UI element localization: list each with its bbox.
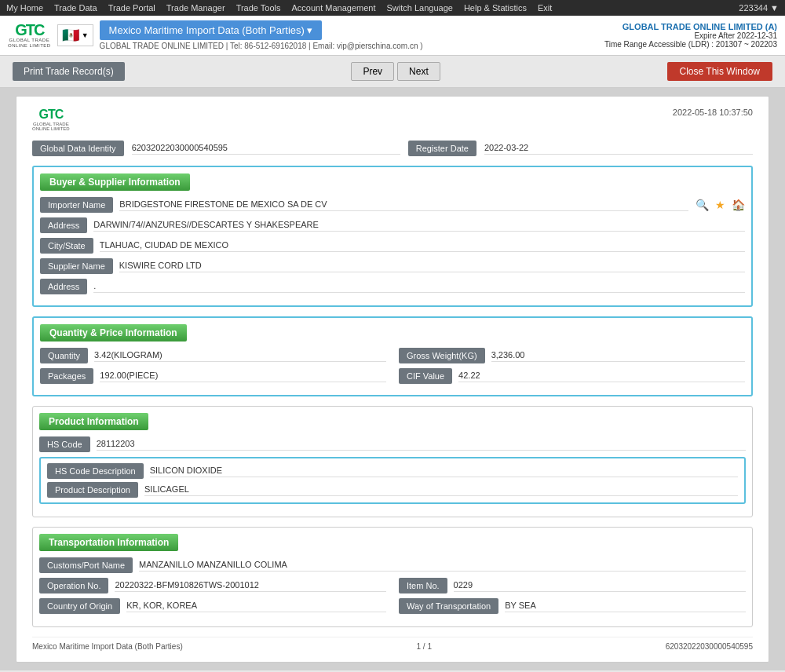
search-icon[interactable]: 🔍	[695, 198, 709, 212]
nav-trade-tools[interactable]: Trade Tools	[236, 3, 281, 13]
card-logo: GTC GLOBAL TRADEONLINE LIMITED	[32, 108, 70, 131]
importer-name-value: BRIDGESTONE FIRESTONE DE MEXICO SA DE CV	[119, 199, 688, 211]
star-icon[interactable]: ★	[713, 198, 727, 212]
hs-code-desc-label: HS Code Description	[47, 463, 144, 479]
product-desc-row: Product Description SILICAGEL	[47, 482, 738, 498]
nav-my-home[interactable]: My Home	[6, 3, 43, 13]
nav-trade-data[interactable]: Trade Data	[54, 3, 97, 13]
nav-switch-language[interactable]: Switch Language	[387, 3, 453, 13]
navigation-group-top: Prev Next	[351, 62, 440, 81]
page-header: GTC GLOBAL TRADEONLINE LIMITED 🇲🇽 ▼ Mexi…	[0, 16, 785, 56]
quantity-price-section: Quantity & Price Information Quantity 3.…	[32, 316, 753, 396]
flag-selector[interactable]: 🇲🇽 ▼	[57, 24, 93, 46]
customs-port-value: MANZANILLO MANZANILLO COLIMA	[139, 560, 746, 572]
hs-code-label: HS Code	[39, 436, 90, 452]
supplier-address-label: Address	[40, 279, 87, 294]
global-data-identity-label: Global Data Identity	[32, 141, 124, 156]
pkg-cif-row: Packages 192.00(PIECE) CIF Value 42.22	[40, 368, 745, 384]
record-card: GTC GLOBAL TRADEONLINE LIMITED 2022-05-1…	[16, 96, 769, 663]
hs-code-desc-value: SILICON DIOXIDE	[150, 466, 738, 477]
data-source-label: Mexico Maritime Import Data (Both Partie…	[109, 24, 313, 36]
qty-weight-row: Quantity 3.42(KILOGRAM) Gross Weight(KG)…	[40, 348, 745, 363]
card-header: GTC GLOBAL TRADEONLINE LIMITED 2022-05-1…	[32, 108, 753, 131]
address-row: Address DARWIN/74//ANZURES//DESCARTES Y …	[40, 217, 745, 233]
cif-value-group: CIF Value 42.22	[399, 368, 745, 384]
buyer-supplier-title: Buyer & Supplier Information	[40, 173, 190, 191]
identity-row: Global Data Identity 6203202203000054059…	[32, 141, 753, 156]
quantity-label: Quantity	[40, 348, 88, 363]
mexico-flag-icon: 🇲🇽	[62, 27, 79, 44]
address-value: DARWIN/74//ANZURES//DESCARTES Y SHAKESPE…	[93, 220, 745, 232]
record-timestamp: 2022-05-18 10:37:50	[673, 108, 753, 117]
time-range: Time Range Accessible (LDR) : 201307 ~ 2…	[604, 40, 777, 49]
operation-no-value: 20220322-BFM910826TWS-2001012	[115, 580, 386, 592]
data-source-selector[interactable]: Mexico Maritime Import Data (Both Partie…	[100, 20, 323, 40]
record-footer-id: 62032022030000540595	[666, 642, 753, 651]
close-button-top[interactable]: Close This Window	[667, 62, 772, 81]
quantity-group: Quantity 3.42(KILOGRAM)	[40, 348, 386, 363]
transportation-content: Customs/Port Name MANZANILLO MANZANILLO …	[33, 557, 752, 614]
product-title: Product Information	[39, 413, 148, 430]
origin-transport-row: Country of Origin KR, KOR, KOREA Way of …	[39, 598, 746, 614]
gross-weight-label: Gross Weight(KG)	[399, 348, 485, 363]
customs-port-row: Customs/Port Name MANZANILLO MANZANILLO …	[39, 557, 746, 573]
hs-code-desc-row: HS Code Description SILICON DIOXIDE	[47, 463, 738, 479]
header-account-info: GLOBAL TRADE ONLINE LIMITED (A) Expire A…	[604, 22, 777, 49]
top-toolbar: Print Trade Record(s) Prev Next Close Th…	[0, 56, 785, 88]
buyer-supplier-content: Importer Name BRIDGESTONE FIRESTONE DE M…	[34, 197, 751, 294]
customs-port-label: Customs/Port Name	[39, 557, 133, 573]
gtc-logo: GTC GLOBAL TRADEONLINE LIMITED	[8, 22, 51, 49]
expiry-date: Expire After 2022-12-31	[604, 31, 777, 40]
operation-no-label: Operation No.	[39, 578, 108, 593]
global-data-identity-value: 62032022030000540595	[132, 143, 400, 155]
address-label: Address	[40, 217, 87, 233]
item-no-label: Item No.	[399, 578, 447, 593]
cif-value-label: CIF Value	[399, 368, 452, 384]
next-button-top[interactable]: Next	[397, 62, 440, 81]
packages-group: Packages 192.00(PIECE)	[40, 368, 386, 384]
quantity-price-content: Quantity 3.42(KILOGRAM) Gross Weight(KG)…	[34, 348, 751, 384]
nav-help-statistics[interactable]: Help & Statistics	[464, 3, 527, 13]
product-desc-label: Product Description	[47, 482, 138, 498]
quantity-value: 3.42(KILOGRAM)	[94, 350, 386, 362]
transport-method-label: Way of Transportation	[399, 598, 498, 614]
prev-button-top[interactable]: Prev	[351, 62, 394, 81]
nav-trade-portal[interactable]: Trade Portal	[108, 3, 155, 13]
company-name: GLOBAL TRADE ONLINE LIMITED (A)	[604, 22, 777, 31]
supplier-name-value: KISWIRE CORD LTD	[119, 261, 745, 272]
register-date-value: 2022-03-22	[484, 143, 753, 155]
account-id[interactable]: 223344 ▼	[739, 3, 779, 13]
nav-trade-manager[interactable]: Trade Manager	[166, 3, 225, 13]
transport-method-value: BY SEA	[505, 601, 746, 612]
city-state-label: City/State	[40, 238, 93, 254]
action-icons: 🔍 ★ 🏠	[695, 198, 745, 212]
supplier-address-value: .	[93, 281, 745, 293]
item-no-group: Item No. 0229	[399, 578, 746, 593]
quantity-price-title: Quantity & Price Information	[40, 324, 187, 341]
record-footer: Mexico Maritime Import Data (Both Partie…	[32, 637, 753, 651]
nav-exit[interactable]: Exit	[538, 3, 552, 13]
home-icon[interactable]: 🏠	[731, 198, 745, 212]
product-content: HS Code 28112203 HS Code Description SIL…	[33, 436, 752, 504]
main-content: GTC GLOBAL TRADEONLINE LIMITED 2022-05-1…	[0, 88, 785, 670]
transport-method-group: Way of Transportation BY SEA	[399, 598, 746, 614]
buyer-supplier-section: Buyer & Supplier Information Importer Na…	[32, 166, 753, 307]
print-button-top[interactable]: Print Trade Record(s)	[13, 62, 125, 81]
operation-no-group: Operation No. 20220322-BFM910826TWS-2001…	[39, 578, 386, 593]
transportation-title: Transportation Information	[39, 534, 178, 551]
country-origin-value: KR, KOR, KOREA	[126, 601, 386, 612]
city-state-value: TLAHUAC, CIUDAD DE MEXICO	[100, 240, 745, 252]
nav-account-management[interactable]: Account Management	[292, 3, 376, 13]
supplier-name-label: Supplier Name	[40, 258, 113, 274]
record-footer-source: Mexico Maritime Import Data (Both Partie…	[32, 642, 183, 651]
packages-value: 192.00(PIECE)	[100, 371, 386, 382]
header-info-line: GLOBAL TRADE ONLINE LIMITED | Tel: 86-51…	[100, 42, 423, 50]
cif-value-value: 42.22	[458, 371, 745, 382]
importer-name-label: Importer Name	[40, 197, 113, 213]
hs-code-row: HS Code 28112203	[39, 436, 746, 452]
product-section: Product Information HS Code 28112203 HS …	[32, 406, 753, 517]
register-date-label: Register Date	[408, 141, 476, 156]
transportation-section: Transportation Information Customs/Port …	[32, 527, 753, 627]
hs-code-value: 28112203	[97, 439, 746, 451]
importer-name-row: Importer Name BRIDGESTONE FIRESTONE DE M…	[40, 197, 745, 213]
